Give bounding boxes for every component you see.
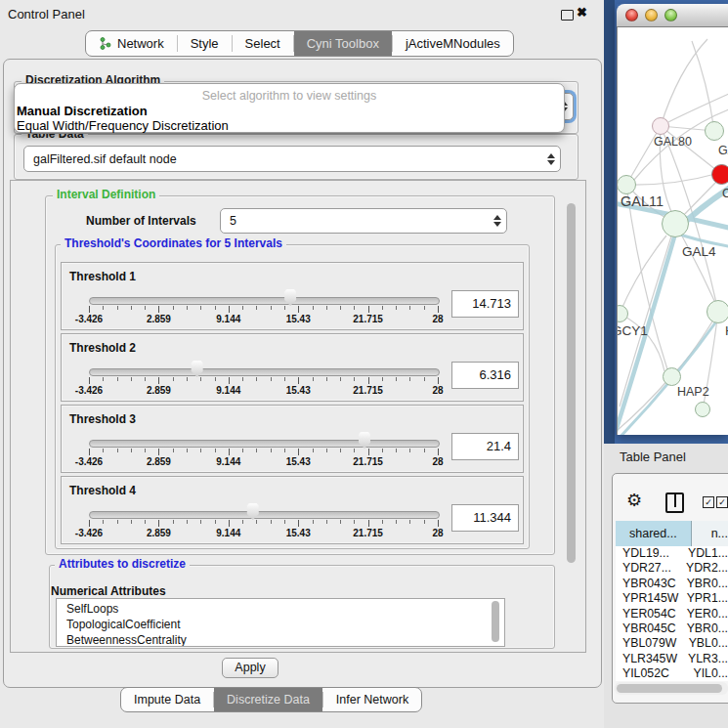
tab-style[interactable]: Style <box>178 31 232 56</box>
attributes-list-scrollbar[interactable] <box>492 601 499 642</box>
network-node-gal80[interactable] <box>652 117 669 135</box>
checkbox-icon[interactable]: ✓ <box>703 496 714 508</box>
tick-label: 21.715 <box>344 314 393 324</box>
major-tick <box>229 377 230 384</box>
table-row[interactable]: YER054CYER0... <box>616 607 728 621</box>
thresholds-group-title: Threshold's Coordinates for 5 Intervals <box>61 237 286 250</box>
attribute-item-selfloops[interactable]: SelfLoops <box>66 602 118 616</box>
tab-network[interactable]: Network <box>86 31 177 56</box>
cell-shared-name: YBR043C <box>616 577 683 591</box>
tick-label: 2.859 <box>134 528 183 538</box>
tick-label: 15.43 <box>274 314 322 324</box>
close-icon[interactable]: ✖ <box>577 5 587 20</box>
tab-discretize-data[interactable]: Discretize Data <box>214 688 322 711</box>
tab-select[interactable]: Select <box>233 31 293 56</box>
minor-tick <box>145 449 146 452</box>
threshold-value-field[interactable]: 6.316 <box>451 362 519 389</box>
table-header-row: shared... n... <box>616 521 728 547</box>
threshold-value-field[interactable]: 11.344 <box>451 504 519 532</box>
minor-tick <box>145 306 146 310</box>
column-header-shared[interactable]: shared... <box>616 521 692 546</box>
numerical-attributes-list[interactable]: SelfLoopsTopologicalCoefficientBetweenne… <box>56 598 505 647</box>
table-row[interactable]: YBR045CYBR0... <box>616 621 728 636</box>
minor-tick <box>242 449 243 452</box>
network-node-h[interactable] <box>707 300 728 323</box>
table-row[interactable]: YIL052CYIL0... <box>616 666 728 681</box>
network-view-window: GAL80GACGAL11GAL4GCY1HHAP2 <box>617 4 728 435</box>
tab-jactivemnodules[interactable]: jActiveMNodules <box>393 31 513 56</box>
minor-tick <box>354 449 355 452</box>
network-icon <box>99 37 111 50</box>
zoom-traffic-light-button[interactable] <box>664 9 677 21</box>
close-traffic-light-button[interactable] <box>625 9 638 21</box>
network-canvas[interactable]: GAL80GACGAL11GAL4GCY1HHAP2 <box>617 27 728 435</box>
table-data-combobox[interactable]: galFiltered.sif default node <box>23 146 561 172</box>
horizontal-scrollbar[interactable] <box>615 682 728 695</box>
apply-button[interactable]: Apply <box>222 658 278 678</box>
minor-tick <box>271 306 272 310</box>
horizontal-scrollbar-thumb[interactable] <box>617 684 722 693</box>
gear-icon[interactable]: ⚙ <box>626 490 642 510</box>
minor-tick <box>424 520 425 524</box>
network-node-gal4[interactable] <box>662 210 689 237</box>
slider-track[interactable] <box>89 368 440 376</box>
network-node-c[interactable] <box>711 164 728 185</box>
network-node-hap2[interactable] <box>663 367 681 386</box>
vertical-scrollbar[interactable] <box>567 203 576 563</box>
float-window-icon[interactable] <box>561 10 574 21</box>
minor-tick <box>242 520 243 524</box>
cell-name: YBR0... <box>683 621 728 636</box>
slider-track[interactable] <box>89 511 440 519</box>
checkbox-icon[interactable]: ✓ <box>716 496 728 508</box>
table-row[interactable]: YLR345WYLR3... <box>616 652 728 666</box>
major-tick <box>298 520 299 527</box>
table-row[interactable]: YPR145WYPR1... <box>616 591 728 606</box>
threshold-value-field[interactable]: 14.713 <box>451 290 519 318</box>
cell-shared-name: YER054C <box>616 607 683 621</box>
tab-cyni-toolbox[interactable]: Cyni Toolbox <box>294 31 392 56</box>
minor-tick <box>313 306 314 310</box>
minor-tick <box>284 306 285 310</box>
table-row[interactable]: YDL19...YDL1... <box>616 546 728 561</box>
tab-label: Network <box>117 36 164 51</box>
minor-tick <box>187 449 188 452</box>
minimize-traffic-light-button[interactable] <box>645 9 658 21</box>
cell-name: YBR0... <box>683 577 728 591</box>
tick-label: 15.43 <box>274 528 322 538</box>
popup-option-equal-width-frequency[interactable]: Equal Width/Frequency Discretization <box>17 118 229 133</box>
tick-label: 21.715 <box>344 528 393 538</box>
bottom-tab-bar: Impute DataDiscretize DataInfer Network <box>120 687 422 712</box>
tick-label: 9.144 <box>204 528 253 538</box>
network-node-ga[interactable] <box>705 121 724 141</box>
column-header-name[interactable]: n... <box>692 521 728 546</box>
minor-tick <box>409 449 410 452</box>
table-panel-title: Table Panel <box>620 450 686 464</box>
tab-label: jActiveMNodules <box>406 36 500 51</box>
network-window-titlebar[interactable] <box>617 4 728 27</box>
split-view-icon[interactable] <box>665 492 684 513</box>
attribute-item-betweennesscentrality[interactable]: BetweennessCentrality <box>66 633 187 647</box>
table-row[interactable]: YBL079WYBL0... <box>616 636 728 651</box>
minor-tick <box>354 377 355 381</box>
attribute-item-topologicalcoefficient[interactable]: TopologicalCoefficient <box>66 618 181 631</box>
combo-arrows-icon <box>489 215 506 227</box>
minor-tick <box>215 520 216 524</box>
slider-track[interactable] <box>89 297 440 305</box>
number-of-intervals-combobox[interactable]: 5 <box>220 208 507 234</box>
tick-label: -3.426 <box>64 528 113 538</box>
tick-label: 9.144 <box>204 314 253 324</box>
network-node-gal11[interactable] <box>617 175 636 194</box>
table-row[interactable]: YBR043CYBR0... <box>616 577 728 591</box>
threshold-value-field[interactable]: 21.4 <box>451 433 519 460</box>
network-node[interactable] <box>695 402 710 417</box>
table-row[interactable]: YDR27...YDR2... <box>616 561 728 576</box>
major-tick <box>158 377 159 384</box>
slider-track[interactable] <box>89 440 440 448</box>
major-tick <box>438 449 439 455</box>
minor-tick <box>382 306 383 310</box>
popup-option-manual-discretization[interactable]: Manual Discretization <box>17 104 148 118</box>
tab-impute-data[interactable]: Impute Data <box>121 688 213 711</box>
tab-infer-network[interactable]: Infer Network <box>323 688 421 711</box>
minor-tick <box>354 520 355 524</box>
tab-label: Discretize Data <box>227 693 310 707</box>
